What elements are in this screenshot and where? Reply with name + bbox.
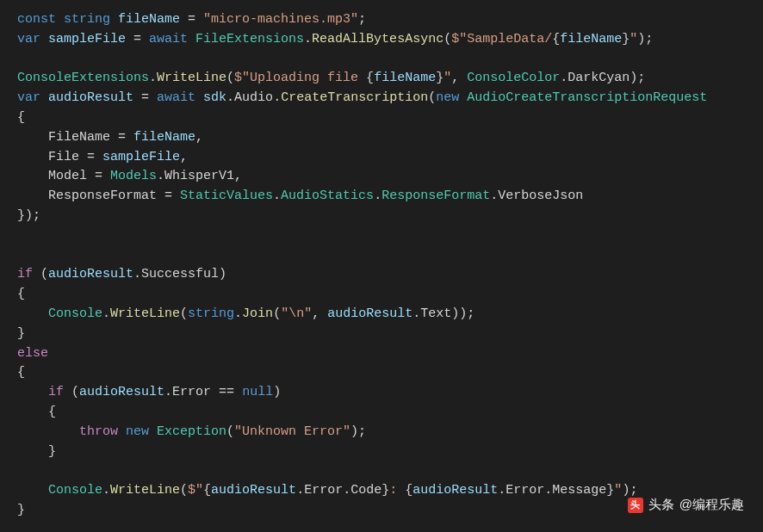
code-line: { bbox=[17, 108, 746, 128]
token-kw: new bbox=[436, 90, 467, 105]
token-punct: ); bbox=[637, 32, 653, 46]
code-line: const string fileName = "micro-machines.… bbox=[17, 10, 746, 30]
token-ident: sampleFile bbox=[102, 150, 180, 164]
token-prop: Audio bbox=[234, 90, 273, 105]
token-punct: . bbox=[544, 483, 552, 498]
token-punct: }); bbox=[17, 208, 40, 223]
token-ident: fileName bbox=[118, 12, 180, 27]
token-str: "Unknown Error" bbox=[234, 424, 350, 439]
token-punct: = bbox=[126, 32, 149, 46]
token-punct: { bbox=[405, 483, 413, 498]
token-punct: . bbox=[343, 483, 350, 498]
token-punct: . bbox=[374, 189, 382, 203]
token-ctrl: if bbox=[48, 385, 64, 399]
token-punct: } bbox=[436, 71, 444, 85]
code-line bbox=[17, 226, 746, 246]
code-line bbox=[17, 246, 746, 266]
token-punct: . bbox=[149, 71, 157, 85]
token-punct bbox=[17, 483, 48, 498]
token-kw: const bbox=[17, 12, 64, 27]
token-method: WriteLine bbox=[110, 483, 180, 498]
token-ident: audioResult bbox=[413, 483, 498, 498]
token-str: $"Uploading file bbox=[234, 71, 366, 85]
token-punct: )); bbox=[451, 306, 475, 321]
token-method: ReadAllBytesAsync bbox=[312, 32, 444, 46]
token-punct: . bbox=[304, 32, 312, 46]
token-ident: audioResult bbox=[327, 306, 413, 321]
token-type: ConsoleExtensions bbox=[17, 71, 149, 85]
token-punct: . bbox=[413, 306, 420, 321]
token-type: AudioCreateTranscriptionRequest bbox=[467, 90, 707, 105]
token-punct: . bbox=[164, 385, 172, 399]
watermark-prefix: 头条 bbox=[648, 495, 674, 515]
token-punct: } bbox=[17, 326, 25, 341]
code-line: { bbox=[17, 363, 746, 383]
token-type: StaticValues bbox=[180, 189, 273, 203]
token-punct: = bbox=[180, 12, 203, 27]
token-type: ConsoleColor bbox=[467, 71, 560, 85]
token-kw: await bbox=[157, 90, 203, 105]
token-punct: , bbox=[234, 169, 242, 183]
code-line: else bbox=[17, 344, 746, 364]
code-line bbox=[17, 50, 746, 70]
token-type: Exception bbox=[157, 424, 226, 439]
token-ident: audioResult bbox=[211, 483, 296, 498]
token-ident: audioResult bbox=[48, 90, 133, 105]
token-punct: ) bbox=[273, 385, 281, 399]
token-punct: . bbox=[296, 483, 304, 498]
code-line: File = sampleFile, bbox=[17, 148, 746, 168]
token-prop: File bbox=[17, 150, 79, 164]
token-str: " bbox=[630, 32, 637, 46]
token-punct: ); bbox=[630, 71, 645, 85]
token-punct: ( bbox=[33, 267, 48, 281]
token-ident: fileName bbox=[133, 130, 195, 145]
token-punct: , bbox=[312, 306, 327, 321]
code-line: throw new Exception("Unknown Error"); bbox=[17, 423, 746, 442]
token-ident: fileName bbox=[560, 32, 622, 46]
token-punct: . bbox=[273, 90, 281, 105]
token-prop: Successful bbox=[141, 267, 219, 281]
token-punct: . bbox=[226, 90, 234, 105]
token-punct: , bbox=[451, 71, 467, 85]
token-ident: sdk bbox=[203, 90, 226, 105]
code-line: } bbox=[17, 442, 746, 462]
token-punct: . bbox=[133, 267, 141, 281]
token-kw: string bbox=[188, 306, 234, 321]
token-method: WriteLine bbox=[157, 71, 226, 85]
token-punct: ( bbox=[444, 32, 451, 46]
token-punct: ) bbox=[219, 267, 226, 281]
token-punct: . bbox=[157, 169, 164, 183]
token-type: Console bbox=[48, 483, 102, 498]
token-method: CreateTranscription bbox=[281, 90, 428, 105]
token-punct: ( bbox=[226, 71, 234, 85]
code-line: ResponseFormat = StaticValues.AudioStati… bbox=[17, 187, 746, 207]
token-punct: = bbox=[157, 189, 180, 203]
token-prop: Model bbox=[17, 169, 87, 183]
code-line: if (audioResult.Error == null) bbox=[17, 383, 746, 403]
token-punct: { bbox=[366, 71, 374, 85]
token-punct bbox=[110, 12, 118, 27]
token-method: WriteLine bbox=[110, 306, 180, 321]
token-punct bbox=[17, 385, 48, 399]
token-prop: Error bbox=[172, 385, 211, 399]
token-kw: null bbox=[242, 385, 273, 399]
token-punct: = bbox=[87, 169, 110, 183]
token-ctrl: if bbox=[17, 267, 33, 281]
token-type: Models bbox=[110, 169, 157, 183]
token-punct: . bbox=[234, 306, 242, 321]
token-kw: await bbox=[149, 32, 195, 46]
code-line: FileName = fileName, bbox=[17, 128, 746, 148]
token-punct: } bbox=[622, 32, 630, 46]
token-punct: ( bbox=[273, 306, 281, 321]
code-line: { bbox=[17, 403, 746, 423]
code-line: } bbox=[17, 325, 746, 344]
token-punct bbox=[17, 424, 79, 439]
token-punct: { bbox=[552, 32, 560, 46]
token-punct: . bbox=[273, 189, 281, 203]
token-punct: { bbox=[17, 405, 56, 419]
token-prop: Text bbox=[420, 306, 451, 321]
token-type: Console bbox=[48, 306, 102, 321]
token-method: Join bbox=[242, 306, 273, 321]
watermark-text: @编程乐趣 bbox=[679, 495, 744, 515]
token-prop: WhisperV1 bbox=[164, 169, 234, 183]
